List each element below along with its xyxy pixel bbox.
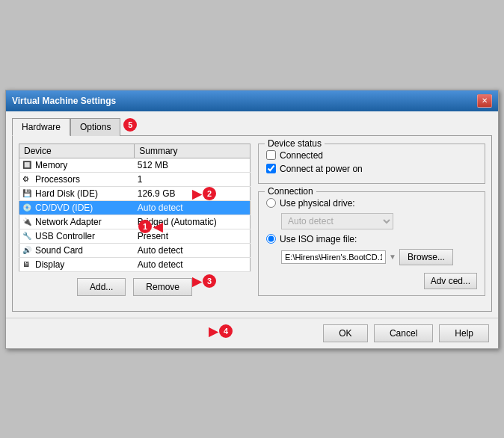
device-row[interactable]: 💿CD/DVD (IDE)Auto detect (19, 200, 251, 215)
tab-hardware[interactable]: Hardware (12, 118, 70, 136)
device-status-group: Device status Connected Connect at power… (258, 144, 485, 184)
close-button[interactable]: ✕ (477, 94, 492, 108)
device-cell: 🔧USB Controller (19, 229, 135, 243)
summary-cell: Auto detect (135, 257, 251, 271)
use-iso-row: Use ISO image file: (266, 234, 477, 244)
device-cell: 💿CD/DVD (IDE) (19, 200, 135, 215)
tab-options[interactable]: Options (70, 118, 120, 136)
virtual-machine-settings-window: Virtual Machine Settings ✕ Hardware Opti… (5, 90, 499, 349)
window-title: Virtual Machine Settings (12, 96, 116, 106)
device-cell: ⚙Processors (19, 172, 135, 186)
main-content: Device Summary 🔲Memory512 MB⚙Processors1… (12, 136, 492, 312)
window-body: Hardware Options 5 Device Summary 🔲Memor… (6, 111, 498, 318)
remove-button[interactable]: Remove (133, 278, 192, 296)
browse-button[interactable]: Browse... (399, 249, 453, 265)
connected-label: Connected (280, 150, 323, 161)
tab-bar: Hardware Options 5 (12, 117, 492, 136)
device-cell: 🔌Network Adapter (19, 215, 135, 229)
device-icon: 🔊 (22, 246, 33, 255)
device-row[interactable]: ⚙Processors1 (19, 172, 251, 186)
footer: OK Cancel Help (6, 318, 498, 348)
device-buttons: Add... Remove (19, 278, 251, 296)
ok-button[interactable]: OK (323, 324, 368, 342)
device-row[interactable]: 🔧USB ControllerPresent (19, 229, 251, 243)
device-row[interactable]: 🔲Memory512 MB (19, 158, 251, 172)
title-bar: Virtual Machine Settings ✕ (6, 90, 498, 111)
add-button[interactable]: Add... (77, 278, 126, 296)
device-row[interactable]: 🔊Sound CardAuto detect (19, 243, 251, 257)
summary-cell: Bridged (Automatic) (135, 215, 251, 229)
device-icon: 💾 (22, 189, 33, 198)
device-cell: 🔊Sound Card (19, 243, 135, 257)
use-iso-label: Use ISO image file: (280, 234, 357, 244)
left-panel: Device Summary 🔲Memory512 MB⚙Processors1… (19, 144, 251, 303)
summary-cell: Auto detect (135, 200, 251, 215)
right-panel: Device status Connected Connect at power… (258, 144, 485, 303)
connection-label: Connection (265, 186, 316, 197)
device-table: Device Summary 🔲Memory512 MB⚙Processors1… (19, 144, 251, 272)
use-iso-radio[interactable] (266, 234, 276, 244)
help-button[interactable]: Help (439, 324, 489, 342)
iso-path-input[interactable] (281, 250, 386, 264)
cancel-button[interactable]: Cancel (374, 324, 433, 342)
column-device: Device (19, 144, 135, 158)
device-row[interactable]: 💾Hard Disk (IDE)126.9 GB (19, 186, 251, 200)
use-physical-drive-radio[interactable] (266, 198, 276, 208)
connect-at-power-on-label: Connect at power on (280, 164, 363, 174)
device-icon: 💿 (22, 203, 33, 212)
summary-cell: 512 MB (135, 158, 251, 172)
device-cell: 💾Hard Disk (IDE) (19, 186, 135, 200)
device-icon: 🔧 (22, 232, 33, 241)
device-icon: 🔌 (22, 218, 33, 226)
summary-cell: 126.9 GB (135, 186, 251, 200)
window-controls: ✕ (477, 94, 492, 108)
advanced-button[interactable]: Adv ced... (424, 273, 477, 289)
device-cell: 🔲Memory (19, 158, 135, 172)
device-icon: 🔲 (22, 161, 33, 170)
device-icon: ⚙ (22, 175, 33, 184)
summary-cell: Present (135, 229, 251, 243)
device-cell: 🖥Display (19, 257, 135, 271)
device-icon: 🖥 (22, 260, 33, 269)
summary-cell: 1 (135, 172, 251, 186)
badge-5: 5 (123, 118, 137, 132)
connected-checkbox[interactable] (266, 150, 276, 160)
column-summary: Summary (135, 144, 251, 158)
connect-at-power-on-row: Connect at power on (266, 164, 477, 174)
auto-detect-row: Auto detect (281, 213, 477, 229)
device-row[interactable]: 🔌Network AdapterBridged (Automatic) (19, 215, 251, 229)
use-physical-drive-row: Use physical drive: (266, 198, 477, 209)
connected-row: Connected (266, 150, 477, 161)
auto-detect-dropdown[interactable]: Auto detect (281, 213, 393, 229)
iso-path-row: ▼ Browse... (281, 249, 477, 265)
summary-cell: Auto detect (135, 243, 251, 257)
connection-group: Connection Use physical drive: Auto dete… (258, 191, 485, 296)
connect-at-power-on-checkbox[interactable] (266, 164, 276, 173)
use-physical-drive-label: Use physical drive: (280, 198, 355, 209)
device-row[interactable]: 🖥DisplayAuto detect (19, 257, 251, 271)
device-status-label: Device status (265, 138, 325, 149)
